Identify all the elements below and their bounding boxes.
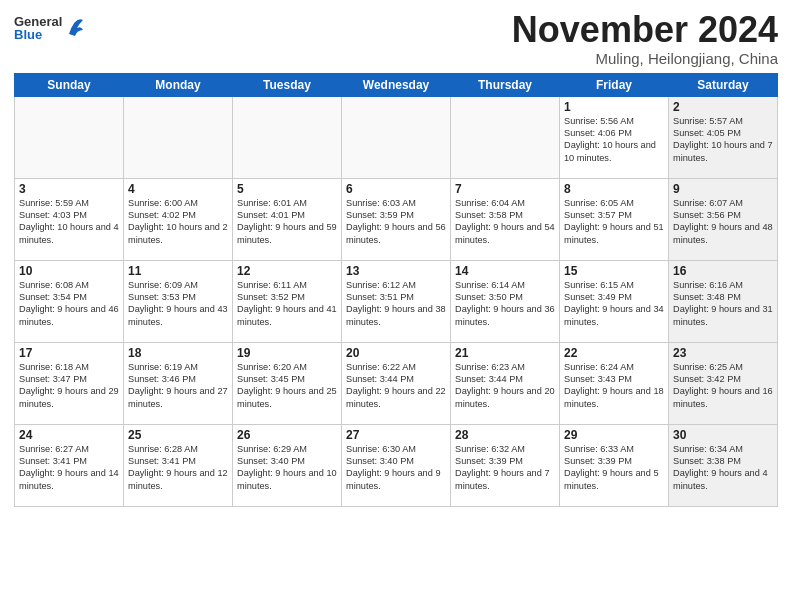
calendar-cell [342, 96, 451, 178]
day-number: 2 [673, 100, 773, 114]
calendar-row-3: 17Sunrise: 6:18 AM Sunset: 3:47 PM Dayli… [15, 342, 778, 424]
day-number: 14 [455, 264, 555, 278]
cell-content: Sunrise: 6:34 AM Sunset: 3:38 PM Dayligh… [673, 443, 773, 493]
cell-content: Sunrise: 5:57 AM Sunset: 4:05 PM Dayligh… [673, 115, 773, 165]
day-number: 29 [564, 428, 664, 442]
cell-content: Sunrise: 6:33 AM Sunset: 3:39 PM Dayligh… [564, 443, 664, 493]
location: Muling, Heilongjiang, China [512, 50, 778, 67]
day-number: 11 [128, 264, 228, 278]
calendar-cell: 24Sunrise: 6:27 AM Sunset: 3:41 PM Dayli… [15, 424, 124, 506]
cell-content: Sunrise: 6:28 AM Sunset: 3:41 PM Dayligh… [128, 443, 228, 493]
cell-content: Sunrise: 6:08 AM Sunset: 3:54 PM Dayligh… [19, 279, 119, 329]
day-number: 23 [673, 346, 773, 360]
day-number: 4 [128, 182, 228, 196]
calendar-cell: 1Sunrise: 5:56 AM Sunset: 4:06 PM Daylig… [560, 96, 669, 178]
calendar-cell: 17Sunrise: 6:18 AM Sunset: 3:47 PM Dayli… [15, 342, 124, 424]
calendar-cell [124, 96, 233, 178]
calendar-row-1: 3Sunrise: 5:59 AM Sunset: 4:03 PM Daylig… [15, 178, 778, 260]
day-number: 16 [673, 264, 773, 278]
calendar-cell: 7Sunrise: 6:04 AM Sunset: 3:58 PM Daylig… [451, 178, 560, 260]
day-number: 24 [19, 428, 119, 442]
calendar: SundayMondayTuesdayWednesdayThursdayFrid… [14, 73, 778, 507]
logo-bird-icon [65, 14, 85, 42]
cell-content: Sunrise: 6:16 AM Sunset: 3:48 PM Dayligh… [673, 279, 773, 329]
day-header-saturday: Saturday [669, 73, 778, 96]
calendar-cell: 22Sunrise: 6:24 AM Sunset: 3:43 PM Dayli… [560, 342, 669, 424]
calendar-cell: 18Sunrise: 6:19 AM Sunset: 3:46 PM Dayli… [124, 342, 233, 424]
cell-content: Sunrise: 6:19 AM Sunset: 3:46 PM Dayligh… [128, 361, 228, 411]
cell-content: Sunrise: 6:12 AM Sunset: 3:51 PM Dayligh… [346, 279, 446, 329]
calendar-cell: 15Sunrise: 6:15 AM Sunset: 3:49 PM Dayli… [560, 260, 669, 342]
calendar-cell: 21Sunrise: 6:23 AM Sunset: 3:44 PM Dayli… [451, 342, 560, 424]
day-number: 26 [237, 428, 337, 442]
calendar-cell: 27Sunrise: 6:30 AM Sunset: 3:40 PM Dayli… [342, 424, 451, 506]
day-header-thursday: Thursday [451, 73, 560, 96]
calendar-cell: 10Sunrise: 6:08 AM Sunset: 3:54 PM Dayli… [15, 260, 124, 342]
cell-content: Sunrise: 6:29 AM Sunset: 3:40 PM Dayligh… [237, 443, 337, 493]
day-number: 8 [564, 182, 664, 196]
day-number: 17 [19, 346, 119, 360]
calendar-cell: 25Sunrise: 6:28 AM Sunset: 3:41 PM Dayli… [124, 424, 233, 506]
day-number: 28 [455, 428, 555, 442]
day-number: 22 [564, 346, 664, 360]
cell-content: Sunrise: 6:20 AM Sunset: 3:45 PM Dayligh… [237, 361, 337, 411]
day-number: 10 [19, 264, 119, 278]
cell-content: Sunrise: 5:59 AM Sunset: 4:03 PM Dayligh… [19, 197, 119, 247]
day-number: 5 [237, 182, 337, 196]
day-number: 27 [346, 428, 446, 442]
cell-content: Sunrise: 6:24 AM Sunset: 3:43 PM Dayligh… [564, 361, 664, 411]
title-block: November 2024 Muling, Heilongjiang, Chin… [512, 10, 778, 67]
calendar-row-0: 1Sunrise: 5:56 AM Sunset: 4:06 PM Daylig… [15, 96, 778, 178]
calendar-cell: 9Sunrise: 6:07 AM Sunset: 3:56 PM Daylig… [669, 178, 778, 260]
cell-content: Sunrise: 6:11 AM Sunset: 3:52 PM Dayligh… [237, 279, 337, 329]
calendar-cell: 16Sunrise: 6:16 AM Sunset: 3:48 PM Dayli… [669, 260, 778, 342]
calendar-cell: 13Sunrise: 6:12 AM Sunset: 3:51 PM Dayli… [342, 260, 451, 342]
logo: General Blue [14, 14, 85, 42]
cell-content: Sunrise: 6:15 AM Sunset: 3:49 PM Dayligh… [564, 279, 664, 329]
cell-content: Sunrise: 6:00 AM Sunset: 4:02 PM Dayligh… [128, 197, 228, 247]
logo-text: General Blue [14, 15, 62, 41]
calendar-row-4: 24Sunrise: 6:27 AM Sunset: 3:41 PM Dayli… [15, 424, 778, 506]
cell-content: Sunrise: 6:04 AM Sunset: 3:58 PM Dayligh… [455, 197, 555, 247]
day-number: 1 [564, 100, 664, 114]
day-number: 25 [128, 428, 228, 442]
day-number: 19 [237, 346, 337, 360]
day-number: 9 [673, 182, 773, 196]
day-number: 12 [237, 264, 337, 278]
cell-content: Sunrise: 6:27 AM Sunset: 3:41 PM Dayligh… [19, 443, 119, 493]
calendar-row-2: 10Sunrise: 6:08 AM Sunset: 3:54 PM Dayli… [15, 260, 778, 342]
day-number: 15 [564, 264, 664, 278]
logo-blue: Blue [14, 28, 62, 41]
cell-content: Sunrise: 6:18 AM Sunset: 3:47 PM Dayligh… [19, 361, 119, 411]
calendar-cell [233, 96, 342, 178]
calendar-cell: 29Sunrise: 6:33 AM Sunset: 3:39 PM Dayli… [560, 424, 669, 506]
day-header-friday: Friday [560, 73, 669, 96]
cell-content: Sunrise: 6:05 AM Sunset: 3:57 PM Dayligh… [564, 197, 664, 247]
cell-content: Sunrise: 6:30 AM Sunset: 3:40 PM Dayligh… [346, 443, 446, 493]
calendar-cell: 3Sunrise: 5:59 AM Sunset: 4:03 PM Daylig… [15, 178, 124, 260]
calendar-cell: 19Sunrise: 6:20 AM Sunset: 3:45 PM Dayli… [233, 342, 342, 424]
day-number: 6 [346, 182, 446, 196]
page: General Blue November 2024 Muling, Heilo… [0, 0, 792, 612]
calendar-header-row: SundayMondayTuesdayWednesdayThursdayFrid… [15, 73, 778, 96]
cell-content: Sunrise: 6:32 AM Sunset: 3:39 PM Dayligh… [455, 443, 555, 493]
calendar-cell: 11Sunrise: 6:09 AM Sunset: 3:53 PM Dayli… [124, 260, 233, 342]
calendar-cell: 20Sunrise: 6:22 AM Sunset: 3:44 PM Dayli… [342, 342, 451, 424]
calendar-cell: 6Sunrise: 6:03 AM Sunset: 3:59 PM Daylig… [342, 178, 451, 260]
day-number: 20 [346, 346, 446, 360]
cell-content: Sunrise: 6:23 AM Sunset: 3:44 PM Dayligh… [455, 361, 555, 411]
cell-content: Sunrise: 6:03 AM Sunset: 3:59 PM Dayligh… [346, 197, 446, 247]
cell-content: Sunrise: 6:07 AM Sunset: 3:56 PM Dayligh… [673, 197, 773, 247]
calendar-cell: 4Sunrise: 6:00 AM Sunset: 4:02 PM Daylig… [124, 178, 233, 260]
calendar-cell: 14Sunrise: 6:14 AM Sunset: 3:50 PM Dayli… [451, 260, 560, 342]
cell-content: Sunrise: 6:22 AM Sunset: 3:44 PM Dayligh… [346, 361, 446, 411]
calendar-cell: 26Sunrise: 6:29 AM Sunset: 3:40 PM Dayli… [233, 424, 342, 506]
cell-content: Sunrise: 6:25 AM Sunset: 3:42 PM Dayligh… [673, 361, 773, 411]
calendar-cell [451, 96, 560, 178]
header: General Blue November 2024 Muling, Heilo… [14, 10, 778, 67]
day-number: 7 [455, 182, 555, 196]
month-title: November 2024 [512, 10, 778, 50]
day-header-wednesday: Wednesday [342, 73, 451, 96]
calendar-cell: 2Sunrise: 5:57 AM Sunset: 4:05 PM Daylig… [669, 96, 778, 178]
calendar-cell: 8Sunrise: 6:05 AM Sunset: 3:57 PM Daylig… [560, 178, 669, 260]
